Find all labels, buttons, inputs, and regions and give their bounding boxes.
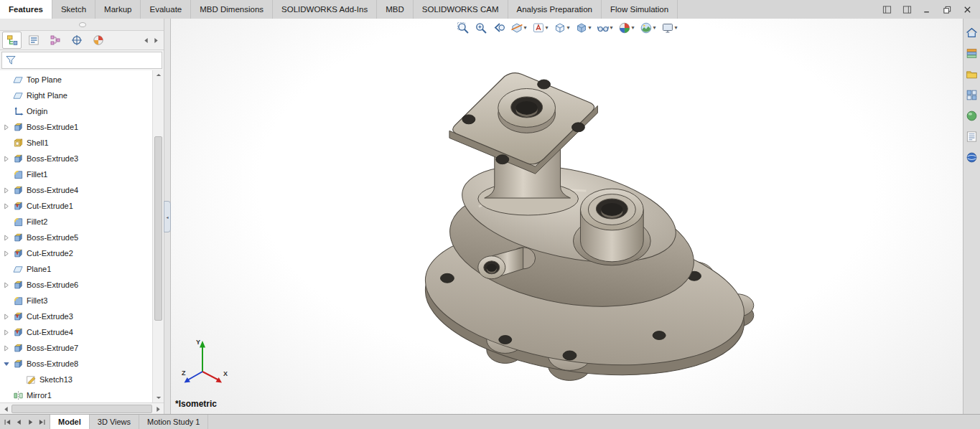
panel-tab-dimxpert-manager[interactable]	[67, 32, 86, 49]
bottom-tab-3d-views[interactable]: 3D Views	[90, 415, 139, 429]
expand-collapsed-icon[interactable]	[3, 281, 10, 288]
expand-collapsed-icon[interactable]	[3, 313, 10, 320]
dropdown-caret-icon[interactable]: ▾	[566, 25, 569, 31]
close-window-button[interactable]	[961, 4, 973, 14]
tab-evaluate[interactable]: Evaluate	[141, 0, 191, 19]
solidworks-forum-button[interactable]	[965, 151, 979, 164]
tree-item-plane1[interactable]: Plane1	[0, 261, 153, 277]
tree-item-cut-extrude3[interactable]: Cut-Extrude3	[0, 308, 153, 324]
scroll-right-icon[interactable]	[154, 405, 162, 413]
expand-collapsed-icon[interactable]	[3, 155, 10, 162]
tree-scrollbar-thumb[interactable]	[154, 136, 162, 321]
dropdown-caret-icon[interactable]: ▾	[588, 25, 591, 31]
tree-hscrollbar[interactable]	[0, 402, 164, 415]
tree-item-fillet1[interactable]: Fillet1	[0, 166, 153, 182]
scroll-right-button[interactable]	[151, 35, 160, 45]
tree-item-fillet2[interactable]: Fillet2	[0, 214, 153, 230]
tree-item-top-plane[interactable]: Top Plane	[0, 72, 153, 88]
tree-item-shell1[interactable]: Shell1	[0, 135, 153, 151]
dropdown-caret-icon[interactable]: ▾	[545, 25, 548, 31]
tab-markup[interactable]: Markup	[95, 0, 141, 19]
apply-scene-button[interactable]: ▾	[638, 20, 658, 36]
tree-item-right-plane[interactable]: Right Plane	[0, 88, 153, 103]
filter-funnel-icon[interactable]	[5, 55, 17, 65]
panel-splitter[interactable]	[0, 19, 164, 31]
view-palette-button[interactable]	[965, 88, 979, 102]
tab-features[interactable]: Features	[0, 0, 52, 19]
part-3d-model[interactable]	[171, 19, 963, 415]
float-window-button[interactable]	[901, 4, 913, 14]
panel-tab-property-manager[interactable]	[24, 32, 43, 49]
tree-hscrollbar-thumb[interactable]	[11, 405, 152, 413]
expand-collapsed-icon[interactable]	[3, 234, 10, 241]
tree-item-boss-extrude1[interactable]: Boss-Extrude1	[0, 119, 153, 135]
view-orientation-button[interactable]: ▾	[551, 20, 571, 36]
scroll-left-icon[interactable]	[1, 405, 10, 413]
tab-mbd-dimensions[interactable]: MBD Dimensions	[191, 0, 273, 19]
tree-item-fillet3[interactable]: Fillet3	[0, 293, 153, 308]
panel-tab-configuration-manager[interactable]	[45, 32, 65, 49]
view-settings-button[interactable]: ▾	[660, 20, 679, 36]
dropdown-caret-icon[interactable]: ▾	[653, 25, 656, 31]
minimize-button[interactable]	[921, 4, 933, 14]
bottom-tab-model[interactable]: Model	[50, 415, 90, 429]
panel-tab-display-manager[interactable]	[88, 32, 108, 49]
bottom-tab-motion-study-1[interactable]: Motion Study 1	[139, 415, 208, 429]
tree-item-cut-extrude2[interactable]: Cut-Extrude2	[0, 245, 153, 261]
tree-item-boss-extrude6[interactable]: Boss-Extrude6	[0, 277, 153, 293]
expand-collapsed-icon[interactable]	[3, 202, 10, 209]
tab-solidworks-add-ins[interactable]: SOLIDWORKS Add-Ins	[273, 0, 377, 19]
panel-collapse-handle[interactable]: ◂	[164, 201, 171, 232]
restore-window-button[interactable]	[941, 4, 953, 14]
expand-collapsed-icon[interactable]	[3, 250, 10, 257]
tree-item-origin[interactable]: Origin	[0, 103, 153, 119]
scroll-down-icon[interactable]	[153, 393, 164, 402]
tree-scrollbar[interactable]	[152, 70, 164, 402]
dropdown-caret-icon[interactable]: ▾	[675, 25, 678, 31]
tree-item-boss-extrude5[interactable]: Boss-Extrude5	[0, 230, 153, 245]
appearances-scenes-button[interactable]	[965, 109, 979, 123]
tree-item-boss-extrude4[interactable]: Boss-Extrude4	[0, 182, 153, 198]
pin-panel-button[interactable]	[881, 4, 892, 14]
nav-last-button[interactable]	[37, 418, 47, 426]
previous-view-button[interactable]	[490, 20, 506, 36]
file-explorer-button[interactable]	[965, 67, 979, 81]
scroll-up-icon[interactable]	[153, 70, 164, 80]
tree-item-mirror1[interactable]: Mirror1	[0, 387, 153, 402]
tab-mbd[interactable]: MBD	[377, 0, 414, 19]
tree-item-cut-extrude1[interactable]: Cut-Extrude1	[0, 198, 153, 214]
tree-filter-input[interactable]	[19, 54, 162, 67]
expand-collapsed-icon[interactable]	[3, 329, 10, 336]
nav-next-button[interactable]	[26, 418, 35, 426]
splitter-grip-icon[interactable]	[79, 22, 86, 27]
tree-item-cut-extrude4[interactable]: Cut-Extrude4	[0, 324, 153, 340]
tab-sketch[interactable]: Sketch	[52, 0, 95, 19]
dropdown-caret-icon[interactable]: ▾	[610, 25, 613, 31]
section-view-button[interactable]: ▾	[508, 20, 528, 36]
dropdown-caret-icon[interactable]: ▾	[632, 25, 635, 31]
tree-item-boss-extrude8[interactable]: Boss-Extrude8	[0, 356, 153, 372]
tree-item-boss-extrude3[interactable]: Boss-Extrude3	[0, 151, 153, 166]
graphics-area[interactable]: ▾▾▾▾▾▾▾▾	[171, 19, 963, 415]
expand-expanded-icon[interactable]	[3, 360, 10, 367]
expand-collapsed-icon[interactable]	[3, 344, 10, 352]
edit-appearance-button[interactable]: ▾	[617, 20, 636, 36]
custom-properties-button[interactable]	[965, 130, 979, 143]
tree-item-sketch13[interactable]: Sketch13	[0, 372, 153, 387]
zoom-to-fit-button[interactable]	[454, 20, 470, 36]
panel-tab-featuremanager-design-tree[interactable]	[2, 32, 22, 49]
display-style-button[interactable]: ▾	[573, 20, 592, 36]
tree-item-boss-extrude7[interactable]: Boss-Extrude7	[0, 340, 153, 356]
dynamic-annotation-views-button[interactable]: ▾	[530, 20, 549, 36]
tab-solidworks-cam[interactable]: SOLIDWORKS CAM	[414, 0, 508, 19]
expand-collapsed-icon[interactable]	[3, 187, 10, 194]
design-library-button[interactable]	[965, 47, 979, 60]
hide-show-items-button[interactable]: ▾	[595, 20, 615, 36]
expand-collapsed-icon[interactable]	[3, 123, 10, 131]
panel-resize-divider[interactable]: ◂	[164, 19, 171, 415]
tab-analysis-preparation[interactable]: Analysis Preparation	[508, 0, 602, 19]
dropdown-caret-icon[interactable]: ▾	[523, 25, 526, 31]
scroll-left-button[interactable]	[141, 35, 150, 45]
zoom-to-area-button[interactable]	[472, 20, 488, 36]
nav-prev-button[interactable]	[14, 418, 24, 426]
